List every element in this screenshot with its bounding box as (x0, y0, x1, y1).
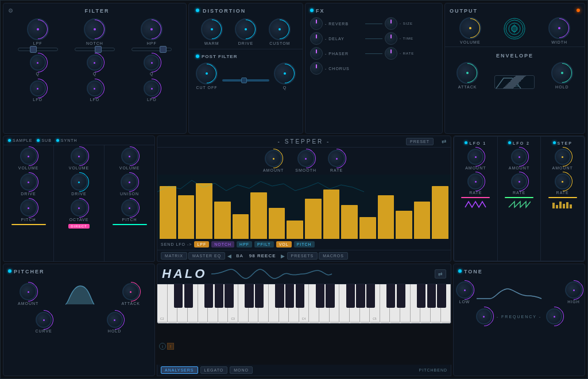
notch-knob[interactable] (84, 18, 106, 40)
info-icon[interactable]: i (159, 343, 166, 350)
chorus-knob-left[interactable] (310, 62, 323, 75)
step-bar-10[interactable] (341, 205, 358, 239)
matrix-btn[interactable]: MATRIX (161, 252, 187, 260)
lfo1-amount-knob[interactable] (467, 149, 483, 165)
sample-tab[interactable]: SAMPLE (8, 138, 32, 142)
env-hold-knob[interactable] (551, 62, 573, 84)
step-bar-6[interactable] (269, 208, 285, 239)
black-key-1-6[interactable] (296, 284, 304, 308)
black-key-1-1[interactable] (245, 284, 253, 308)
shuffle-halo-btn[interactable]: ⇄ (435, 269, 446, 279)
stepper-smooth-knob[interactable] (297, 150, 315, 167)
reverb-knob-left[interactable] (310, 17, 323, 30)
black-key-2-1[interactable] (316, 284, 324, 308)
preset-button[interactable]: PRESET (406, 138, 434, 145)
pitcher-amount-knob[interactable] (20, 283, 37, 300)
black-key-3-4[interactable] (417, 284, 425, 308)
master-eq-btn[interactable]: MASTER EQ (188, 252, 225, 260)
tag-pitch[interactable]: PITCH (294, 241, 315, 247)
q2-knob[interactable] (87, 55, 103, 71)
synth-vol-knob[interactable] (121, 148, 138, 165)
tag-vol[interactable]: VOL (276, 241, 292, 247)
sample-pitch-knob[interactable] (20, 199, 37, 216)
step-bar-7[interactable] (287, 221, 303, 239)
step-bar-4[interactable] (233, 214, 249, 239)
black-key-3-6[interactable] (437, 284, 446, 308)
warm-knob[interactable] (201, 18, 223, 40)
black-key-2-4[interactable] (346, 284, 355, 308)
lfo1-knob[interactable] (30, 80, 46, 96)
width-knob[interactable] (548, 17, 570, 39)
analysers-btn[interactable]: ANALYSERS (161, 366, 198, 374)
step-bar-1[interactable] (178, 195, 195, 239)
post-filter-slider[interactable] (222, 79, 269, 82)
lfo3-knob[interactable] (144, 80, 160, 96)
tag-pfilt[interactable]: PFILT (254, 241, 274, 247)
white-key-0[interactable]: C2 (157, 284, 168, 323)
sample-drive-knob[interactable] (20, 173, 37, 191)
phaser-rate-knob[interactable] (385, 47, 397, 60)
step-bar-8[interactable] (305, 199, 322, 239)
freq-knob-left[interactable] (476, 308, 492, 324)
tag-lpf[interactable]: LPF (194, 241, 209, 247)
step-bar-13[interactable] (396, 211, 412, 239)
step-bar-3[interactable] (214, 202, 231, 239)
tag-hpf[interactable]: HPF (237, 241, 252, 247)
lfo2-amount-knob[interactable] (511, 149, 527, 165)
pitcher-attack-knob[interactable] (122, 283, 140, 300)
tone-high-knob[interactable] (565, 281, 582, 299)
lfo2-rate-knob[interactable] (511, 173, 527, 190)
warn-icon[interactable]: ! (167, 343, 174, 350)
sub-tab[interactable]: SUB (37, 138, 51, 142)
stepper-rate-knob[interactable] (328, 150, 345, 167)
lfo2-knob[interactable] (87, 80, 103, 96)
notch-slider[interactable] (75, 48, 115, 51)
delay-knob-left[interactable] (310, 32, 323, 45)
sub-vol-knob[interactable] (71, 148, 88, 165)
mono-btn[interactable]: MONO (230, 366, 253, 374)
shuffle-icon[interactable]: ⇄ (442, 138, 446, 145)
black-key-0-2[interactable] (184, 284, 193, 308)
gear-icon[interactable]: ⚙ (8, 7, 13, 14)
phaser-knob-left[interactable] (310, 47, 323, 60)
q1-knob[interactable] (30, 55, 46, 71)
sub-drive-knob[interactable] (71, 173, 88, 191)
custom-knob[interactable] (269, 18, 291, 40)
lfo1-rate-knob[interactable] (467, 173, 483, 190)
pitcher-hold-knob[interactable] (107, 312, 123, 328)
lpf-knob[interactable] (27, 18, 49, 40)
nav-prev-arrow[interactable]: ◀ (226, 253, 233, 259)
drive-knob[interactable] (235, 18, 257, 40)
black-key-2-5[interactable] (356, 284, 365, 308)
black-key-3-1[interactable] (386, 284, 395, 308)
hpf-slider[interactable] (131, 48, 172, 51)
nav-next-arrow[interactable]: ▶ (280, 253, 286, 259)
black-key-3-2[interactable] (397, 284, 405, 308)
step-bar-11[interactable] (359, 217, 376, 239)
step-bar-12[interactable] (378, 195, 394, 239)
black-key-1-5[interactable] (285, 284, 294, 308)
tag-notch[interactable]: NOTCH (211, 241, 234, 247)
volume-knob[interactable] (459, 17, 481, 39)
step-amount-knob[interactable] (555, 149, 571, 165)
pitcher-curve-knob[interactable] (36, 312, 52, 328)
black-key-1-4[interactable] (275, 284, 284, 308)
presets-btn[interactable]: PRESETS (287, 252, 318, 260)
q3-knob[interactable] (144, 55, 160, 71)
pf-q-knob[interactable] (274, 63, 296, 84)
cutoff-knob[interactable] (196, 63, 218, 84)
step-bar-14[interactable] (414, 202, 431, 239)
black-key-2-6[interactable] (366, 284, 375, 308)
synth-pitch-knob[interactable] (121, 199, 138, 216)
sample-vol-knob[interactable] (20, 148, 37, 165)
delay-time-knob[interactable] (385, 32, 397, 45)
black-key-1-2[interactable] (255, 284, 264, 308)
sub-octave-knob[interactable] (71, 199, 88, 216)
tone-low-knob[interactable] (456, 281, 473, 299)
black-key-0-4[interactable] (204, 284, 213, 308)
black-key-0-6[interactable] (225, 284, 233, 308)
hpf-knob[interactable] (141, 18, 163, 40)
black-key-3-5[interactable] (427, 284, 436, 308)
synth-unison-knob[interactable] (121, 173, 138, 191)
lpf-slider[interactable] (18, 48, 58, 51)
